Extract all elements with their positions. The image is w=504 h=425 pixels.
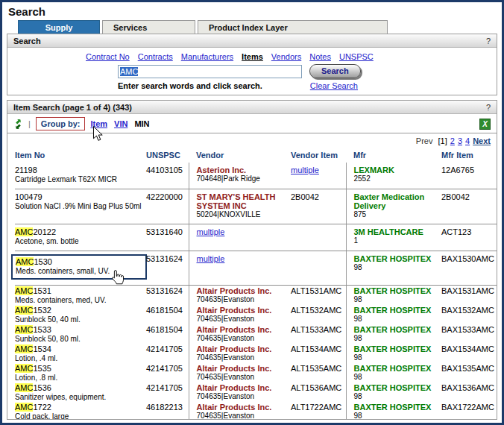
mfr-cell: BAXTER HOSPITEX98 (346, 382, 441, 402)
item-number: AMC1531 (15, 286, 146, 295)
refresh-icon[interactable] (11, 117, 25, 130)
search-link-contracts[interactable]: Contracts (138, 52, 173, 61)
vendor-multiple-link[interactable]: multiple (197, 254, 225, 263)
table-row: AMC20122Acetone, sm. bottle53131640multi… (15, 224, 497, 251)
vendor-item-value: ALT1533AMC (291, 325, 341, 334)
vendor-cell: ST MARY'S HEALTH SYSTEM INC50204|KNOXVIL… (189, 189, 291, 224)
vendor-item-value: 2B0042 (291, 192, 319, 201)
mfr-number: 1 (354, 236, 442, 245)
item-search-title: Item Search (page 1 of 4) (343) (13, 103, 132, 112)
mfr-cell: LEXMARK2552 (346, 163, 441, 189)
search-type-links: Contract NoContractsManufacturersItemsVe… (86, 52, 497, 61)
table-row: AMC1534Lotion, .4 ml.42141705Altair Prod… (15, 344, 497, 363)
item-no-cell: AMC1536Sanitizer wipes, equipment. (15, 382, 146, 402)
help-icon[interactable]: ? (486, 37, 491, 45)
search-button[interactable]: Search (309, 64, 361, 78)
mfr-name: BAXTER HOSPITEX (354, 344, 442, 353)
tab-supply[interactable]: Supply (18, 20, 100, 34)
search-link-unspsc[interactable]: UNSPSC (339, 52, 374, 61)
item-description: Meds. containers, med, UV. (15, 296, 146, 304)
item-no-cell: AMC1534Lotion, .4 ml. (15, 344, 146, 363)
mfr-number: 98 (354, 295, 442, 303)
group-by-vin[interactable]: VIN (114, 119, 127, 128)
mfr-name: BAXTER HOSPITEX (354, 306, 442, 315)
pagination-prev: Prev (416, 136, 435, 145)
table-row: AMC1536Sanitizer wipes, equipment.421417… (15, 382, 497, 402)
pagination-page-3[interactable]: 3 (458, 136, 462, 145)
search-input[interactable]: AMC (118, 65, 302, 78)
table-row: AMC1531Meds. containers, med, UV.5313162… (15, 286, 497, 306)
mfr-cell: Baxter Medication Delivery875 (346, 189, 441, 224)
pagination-next[interactable]: Next (473, 136, 491, 145)
vendor-number-location: 704635|Evanston (197, 373, 292, 381)
item-number: 21198 (15, 166, 146, 174)
column-header-vendor-item: Vendor Item (291, 148, 346, 163)
mfr-number: 98 (354, 392, 442, 400)
vendor-name: Altair Products Inc. (197, 306, 292, 315)
item-no-cell: AMC20122Acetone, sm. bottle (15, 224, 146, 251)
table-header-row: Item NoUNSPSCVendorVendor ItemMfrMfr Ite… (15, 148, 497, 163)
vendor-number-location: 704635|Evanston (197, 295, 292, 303)
item-no-cell: 21198Cartridge Lexmark T62X MICR (15, 163, 146, 189)
tab-product-index-layer[interactable]: Product Index Layer (198, 20, 388, 34)
vendor-cell: Altair Products Inc.704635|Evanston (189, 402, 291, 420)
vendor-number-location: 704635|Evanston (197, 412, 292, 420)
help-icon[interactable]: ? (486, 103, 491, 112)
mfr-number: 98 (354, 412, 442, 420)
vendor-cell: Altair Products Inc.704635|Evanston (189, 286, 291, 306)
search-row: AMC Search (118, 64, 497, 78)
search-section-body: Contract NoContractsManufacturersItemsVe… (7, 48, 497, 95)
pagination-page-4[interactable]: 4 (465, 136, 470, 145)
pagination: Prev [1]234Next (7, 133, 497, 147)
table-row: 100479Solution NaCl .9% Mini Bag Plus 50… (15, 189, 497, 224)
mfr-name: Baxter Medication Delivery (354, 192, 442, 210)
search-section-title: Search (13, 37, 41, 45)
mfr-item-cell: ACT123 (441, 224, 497, 251)
toolbar-separator: | (28, 119, 31, 128)
search-link-manufacturers[interactable]: Manufacturers (181, 52, 233, 61)
mfr-cell: BAXTER HOSPITEX98 (346, 305, 441, 324)
item-number: AMC1536 (15, 383, 146, 392)
search-term-highlight: AMC (15, 286, 33, 295)
item-number: AMC1534 (15, 344, 146, 353)
vendor-item-value: ALT1535AMC (291, 364, 341, 373)
vendor-item-multiple-link[interactable]: multiple (291, 166, 319, 174)
vendor-cell: Altair Products Inc.704635|Evanston (189, 344, 291, 363)
search-link-contract-no[interactable]: Contract No (86, 52, 130, 61)
unspsc-cell: 42141705 (146, 382, 189, 402)
vendor-cell: Altair Products Inc.704635|Evanston (189, 382, 291, 402)
excel-export-icon[interactable]: X (479, 119, 491, 130)
mfr-number: 98 (354, 373, 442, 381)
vendor-item-cell: ALT1531AMC (291, 286, 346, 306)
vendor-name: Altair Products Inc. (197, 403, 292, 412)
search-term-highlight: AMC (16, 257, 34, 266)
app-window: { "page_title": "Search", "colors": { "p… (0, 0, 504, 425)
mfr-name: BAXTER HOSPITEX (354, 286, 442, 295)
mfr-name: BAXTER HOSPITEX (354, 403, 442, 412)
mfr-number: 98 (354, 263, 442, 271)
vendor-item-cell: ALT1536AMC (291, 382, 346, 402)
clear-search-link[interactable]: Clear Search (310, 81, 358, 90)
item-no-cell: AMC1535Lotion, .8 ml. (15, 363, 146, 382)
mfr-name: 3M HEALTHCARE (354, 227, 442, 236)
vendor-item-cell (291, 251, 346, 286)
tab-services[interactable]: Services (102, 20, 195, 34)
search-term-highlight: AMC (15, 344, 33, 353)
vendor-item-value: ALT1532AMC (291, 306, 341, 315)
pagination-page-2[interactable]: 2 (450, 136, 455, 145)
vendor-number-location: 704635|Evanston (197, 353, 292, 362)
mfr-item-cell: BAX1533AMC (441, 324, 497, 344)
group-by-item[interactable]: Item (90, 119, 107, 128)
mfr-item-cell: BAX1534AMC (441, 344, 497, 363)
vendor-multiple-link[interactable]: multiple (197, 227, 225, 236)
mfr-item-cell: 2B0042 (441, 189, 497, 224)
vendor-cell: Altair Products Inc.704635|Evanston (189, 324, 291, 344)
item-selection-box[interactable]: AMC1530Meds. containers, small, UV. (11, 254, 147, 280)
mfr-number: 98 (354, 353, 442, 362)
group-by-box: Group by: (36, 117, 86, 130)
group-by-min-current: MIN (134, 119, 149, 128)
search-link-items[interactable]: Items (242, 52, 263, 61)
mfr-name: BAXTER HOSPITEX (354, 364, 442, 373)
search-link-vendors[interactable]: Vendors (271, 52, 301, 61)
search-link-notes[interactable]: Notes (309, 52, 331, 61)
